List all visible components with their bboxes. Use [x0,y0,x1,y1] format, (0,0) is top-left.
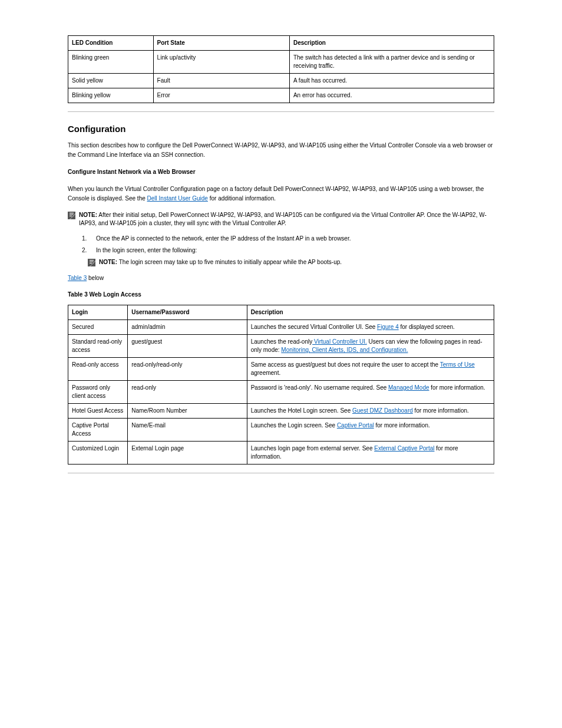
divider [68,111,494,112]
note-icon [68,212,75,219]
table-header-row: Login Username/Password Description [68,305,494,320]
table3-title: Table 3 Web Login Access [68,291,494,299]
table-row: Hotel Guest Access Name/Room Number Laun… [68,404,494,419]
user-guide-link[interactable]: Dell Instant User Guide [147,195,208,202]
col-port-state: Port State [153,36,289,51]
configuration-heading: Configuration [68,123,494,135]
table-row: Read-only access read-only/read-only Sam… [68,358,494,381]
note-initial-setup: NOTE: NOTE: After their initial setup, D… [68,211,494,228]
table3-intro: Table 3 below [68,274,494,283]
table-row: Standard read-only access guest/guest La… [68,335,494,358]
table-row: Secured admin/admin Launches the secured… [68,320,494,335]
port-led-table: LED Condition Port State Description Bli… [68,35,494,103]
captive-portal-link[interactable]: Captive Portal [337,422,374,429]
table3-link[interactable]: Table 3 [68,275,87,281]
vc-ui-link[interactable]: Virtual Controller UI. [312,338,367,345]
terms-link[interactable]: Terms of Use [440,361,475,368]
table-row: Blinking green Link up/activity The swit… [68,51,494,74]
note-login-delay: NOTE: The login screen may take up to fi… [68,258,494,266]
web-login-table: Login Username/Password Description Secu… [68,305,494,465]
table-row: Customized Login External Login page Lau… [68,442,494,465]
col-led-condition: LED Condition [68,36,154,51]
figure4-link[interactable]: Figure 4 [377,324,399,330]
step-1: 1. Once the AP is connected to the netwo… [68,235,494,243]
col-description: Description [289,36,494,51]
web-config-paragraph: When you launch the Virtual Controller C… [68,185,494,203]
managed-mode-link[interactable]: Managed Mode [388,384,429,391]
note-icon [88,259,95,266]
table-row: Captive Portal Access Name/E-mail Launch… [68,419,494,442]
step-2: 2. In the login screen, enter the follow… [68,246,494,255]
table-row: Solid yellow Fault A fault has occurred. [68,74,494,88]
table-row: Password only client access read-only Pa… [68,381,494,404]
table-header-row: LED Condition Port State Description [68,36,494,51]
table-row: Blinking yellow Error An error has occur… [68,88,494,103]
web-config-heading: Configure Instant Network via a Web Brow… [68,167,494,177]
external-captive-portal-link[interactable]: External Captive Portal [374,445,434,452]
pages-link[interactable]: Monitoring, Client Alerts, IDS, and Conf… [281,347,408,353]
guest-dmz-link[interactable]: Guest DMZ Dashboard [352,407,413,414]
divider [68,473,494,473]
configuration-intro: This section describes how to configure … [68,141,494,160]
